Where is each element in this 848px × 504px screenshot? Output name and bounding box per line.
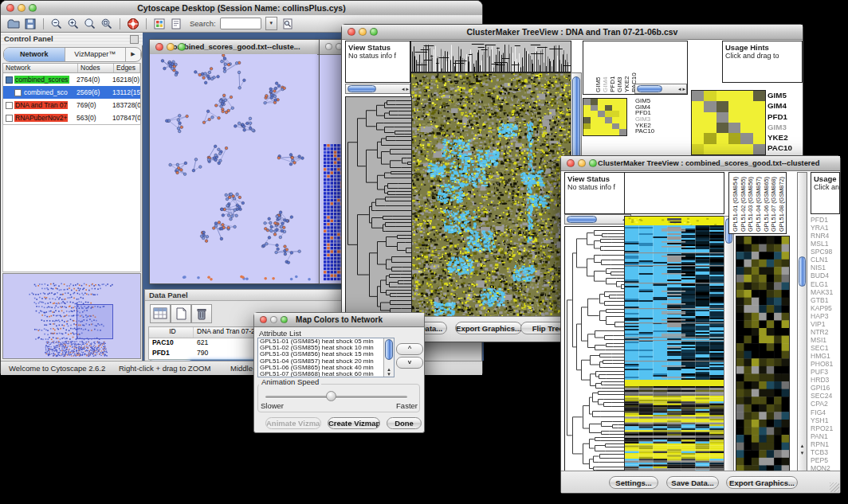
gene-label[interactable]: PEP5 (809, 456, 841, 464)
gene-label[interactable]: HAP3 (809, 312, 841, 320)
scrollbar-thumb[interactable] (347, 85, 376, 92)
create-vizmap-button[interactable]: Create Vizmap (328, 417, 380, 429)
move-up-button[interactable]: ^ (396, 343, 423, 355)
gene-label[interactable]: GIM4 (768, 100, 804, 111)
gene-label[interactable]: PAC10 (635, 128, 667, 135)
array-label[interactable]: GPL51-03 (GSM856) (747, 174, 755, 232)
control-panel-tab[interactable]: Network (4, 48, 65, 61)
scrollbar-arrows[interactable]: ▴▾ (798, 442, 807, 456)
done-button[interactable]: Done (387, 417, 422, 429)
zoom-matrix[interactable] (691, 90, 766, 155)
open-folder-icon[interactable] (7, 18, 20, 30)
array-label[interactable]: PFD1 (609, 45, 616, 92)
network-tree-row[interactable]: DNA and Tran 07 769(0) 183728(0) (3, 99, 140, 111)
gene-label[interactable]: PAN1 (809, 432, 841, 440)
attribute-item[interactable]: GPL51-07 (GSM868) heat shock 60 min (258, 371, 394, 377)
scrollbar-thumb[interactable] (799, 256, 806, 287)
gene-label[interactable]: NIS1 (809, 264, 841, 272)
array-label[interactable]: GPL51-08 (GSM872) (778, 174, 786, 232)
zoom-button[interactable] (281, 316, 288, 323)
close-button[interactable] (155, 43, 163, 51)
gene-label[interactable]: CPA2 (809, 400, 841, 408)
plugin-doc-icon[interactable] (281, 18, 294, 30)
array-label[interactable]: GIM4 (602, 45, 609, 92)
gene-label[interactable]: SPC98 (809, 248, 841, 256)
gene-label[interactable]: BUD4 (809, 272, 841, 279)
network-overview-panel[interactable] (2, 273, 141, 359)
column-nodes[interactable]: Nodes (78, 64, 114, 72)
gene-v-scrollbar[interactable]: ▴▾ (797, 172, 807, 472)
zoom-button[interactable] (370, 28, 378, 36)
global-mini-matrix[interactable] (583, 98, 627, 136)
column-network[interactable]: Network (3, 64, 78, 72)
close-button[interactable] (6, 4, 14, 12)
treeview-combined-titlebar[interactable]: ClusterMaker TreeView : combined_scores_… (561, 156, 840, 171)
gene-label[interactable]: RNR4 (809, 232, 841, 240)
gene-label[interactable]: MSL1 (809, 240, 841, 248)
search-input[interactable] (220, 18, 261, 29)
zoom-selected-icon[interactable] (100, 18, 113, 30)
gene-label[interactable]: VIP1 (809, 320, 841, 328)
zoom-button[interactable] (589, 159, 597, 167)
list-scrollbar[interactable]: ▴▾ (383, 338, 394, 377)
export-graphics-button[interactable]: Export Graphics... (726, 476, 798, 489)
close-button[interactable] (567, 159, 575, 167)
array-label[interactable]: GPL51-07 (GSM868) (770, 174, 778, 232)
annotation-icon[interactable] (170, 18, 183, 30)
scrollbar-thumb[interactable] (385, 339, 393, 360)
array-label[interactable]: GIM3 (616, 45, 623, 92)
zoom-fit-icon[interactable] (84, 18, 96, 30)
scrollbar-arrows[interactable]: ▴▾ (384, 367, 394, 377)
animation-speed-track[interactable] (265, 396, 407, 398)
settings-button[interactable]: Settings... (609, 476, 658, 489)
treeview-dna-titlebar[interactable]: ClusterMaker TreeView : DNA and Tran 07-… (342, 25, 803, 40)
gene-label[interactable]: PUF3 (809, 368, 841, 376)
gene-label[interactable]: GPI16 (809, 384, 841, 392)
control-panel-tab[interactable]: ▶ (126, 48, 141, 61)
resize-grip[interactable] (830, 483, 839, 492)
gene-label[interactable]: CLN1 (809, 256, 841, 264)
gene-label[interactable]: NTR2 (809, 328, 841, 336)
zoom-button[interactable] (178, 43, 186, 51)
export-graphics-button[interactable]: Export Graphics... (455, 322, 522, 334)
gene-tree-dendrogram[interactable] (564, 226, 625, 474)
gene-label[interactable]: HMG1 (809, 352, 841, 360)
zoom-h-scrollbar[interactable]: ◂ ▸ (634, 84, 687, 94)
gene-label[interactable]: ELG1 (809, 280, 841, 288)
network-tree-row[interactable]: RNAPuberNov2+ 563(0) 107847(0) (3, 111, 140, 124)
close-button[interactable] (260, 316, 267, 323)
save-icon[interactable] (24, 18, 37, 30)
network-tree-row[interactable]: combined_scores 2764(0) 16218(0) (3, 73, 140, 86)
vizmap-icon[interactable] (153, 18, 166, 30)
minimize-button[interactable] (578, 159, 586, 167)
global-heatmap[interactable] (410, 72, 571, 317)
float-panel-icon[interactable] (130, 35, 139, 44)
minimize-button[interactable] (18, 4, 26, 12)
network-view-titlebar[interactable]: combined_scores_good.txt--cluste... (150, 40, 319, 55)
gene-label[interactable]: FIG4 (809, 408, 841, 416)
gene-label[interactable]: KAP95 (809, 304, 841, 312)
array-label[interactable]: GPL51-02 (GSM855) (740, 174, 748, 232)
array-label[interactable]: GPL51-06 (GSM865) (763, 174, 771, 232)
gene-label[interactable]: PHO81 (809, 360, 841, 368)
gene-label[interactable]: GIM3 (768, 122, 804, 132)
minimize-button[interactable] (270, 316, 277, 323)
animate-vizmap-button[interactable]: Animate Vizmap (265, 417, 321, 429)
gene-label[interactable]: RPN1 (809, 440, 841, 448)
array-label[interactable]: GPL51-04 (GSM857) (755, 174, 763, 232)
gene-label[interactable]: RPO21 (809, 424, 841, 432)
column-edges[interactable]: Edges (114, 64, 140, 72)
gene-label[interactable]: MSI1 (809, 336, 841, 344)
move-down-button[interactable]: v (396, 357, 423, 369)
gene-label[interactable]: GTB1 (809, 296, 841, 304)
zoom-out-icon[interactable] (50, 18, 63, 30)
new-attribute-icon[interactable] (171, 304, 191, 323)
search-dropdown-button[interactable]: ▼ (265, 17, 277, 30)
global-h-scrollbar[interactable]: ◂ ▸ (345, 84, 410, 94)
array-label[interactable]: GIM5 (595, 45, 602, 92)
help-lifering-icon[interactable] (127, 18, 139, 30)
zoom-heatmap[interactable] (736, 236, 790, 474)
dialog-titlebar[interactable]: Map Colors to Network (254, 313, 424, 327)
scrollbar-thumb[interactable] (567, 216, 597, 223)
gene-label[interactable]: YSH1 (809, 416, 841, 424)
